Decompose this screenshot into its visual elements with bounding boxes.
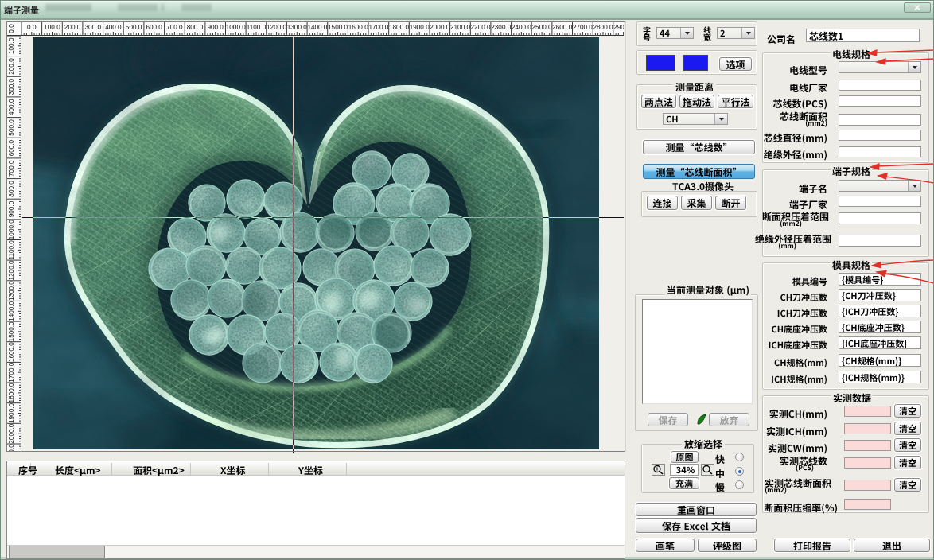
svg-text:2300.0: 2300.0 <box>491 24 511 31</box>
svg-text:1400.0: 1400.0 <box>8 301 15 321</box>
svg-text:700.0: 700.0 <box>166 24 183 31</box>
svg-text:1900.0: 1900.0 <box>410 24 430 31</box>
svg-text:600.0: 600.0 <box>8 139 15 156</box>
svg-text:300.0: 300.0 <box>85 24 102 31</box>
svg-text:1200.0: 1200.0 <box>8 260 15 280</box>
svg-text:500.0: 500.0 <box>126 24 142 31</box>
svg-text:2100.0: 2100.0 <box>8 444 15 451</box>
svg-text:1400.0: 1400.0 <box>307 24 327 31</box>
svg-text:1600.0: 1600.0 <box>8 342 15 362</box>
svg-text:2800.0: 2800.0 <box>593 24 613 31</box>
svg-text:2400.0: 2400.0 <box>512 24 531 31</box>
svg-text:2900.0: 2900.0 <box>613 24 624 31</box>
svg-text:200.0: 200.0 <box>8 58 15 75</box>
svg-text:700.0: 700.0 <box>8 160 15 177</box>
svg-text:2100.0: 2100.0 <box>450 24 470 31</box>
svg-text:1800.0: 1800.0 <box>8 383 15 402</box>
svg-text:2700.0: 2700.0 <box>573 24 593 31</box>
svg-text:2000.0: 2000.0 <box>8 423 15 443</box>
svg-text:2200.0: 2200.0 <box>471 24 491 31</box>
svg-text:1100.0: 1100.0 <box>8 240 15 260</box>
svg-text:2500.0: 2500.0 <box>532 24 552 31</box>
svg-text:800.0: 800.0 <box>187 24 204 31</box>
svg-text:1900.0: 1900.0 <box>8 403 15 423</box>
svg-text:2600.0: 2600.0 <box>552 24 572 31</box>
svg-text:1000.0: 1000.0 <box>8 220 15 239</box>
svg-text:2000.0: 2000.0 <box>430 24 449 31</box>
svg-text:1600.0: 1600.0 <box>348 24 368 31</box>
svg-text:1200.0: 1200.0 <box>267 24 286 31</box>
svg-text:300.0: 300.0 <box>8 78 15 95</box>
svg-text:1500.0: 1500.0 <box>328 24 348 31</box>
svg-text:1100.0: 1100.0 <box>247 24 267 31</box>
svg-text:600.0: 600.0 <box>146 24 162 31</box>
svg-text:200.0: 200.0 <box>64 24 81 31</box>
svg-text:1300.0: 1300.0 <box>8 281 15 301</box>
svg-text:800.0: 800.0 <box>8 181 15 197</box>
svg-text:900.0: 900.0 <box>207 24 224 31</box>
svg-text:1800.0: 1800.0 <box>389 24 409 31</box>
svg-text:900.0: 900.0 <box>8 200 15 217</box>
svg-text:0.0: 0.0 <box>27 24 37 31</box>
svg-text:1500.0: 1500.0 <box>8 321 15 341</box>
svg-text:1700.0: 1700.0 <box>368 24 388 31</box>
svg-text:1700.0: 1700.0 <box>8 362 15 382</box>
svg-text:1000.0: 1000.0 <box>226 24 246 31</box>
svg-text:500.0: 500.0 <box>8 119 15 136</box>
svg-text:1300.0: 1300.0 <box>287 24 307 31</box>
svg-text:400.0: 400.0 <box>8 99 15 115</box>
svg-text:100.0: 100.0 <box>44 24 60 31</box>
svg-text:400.0: 400.0 <box>105 24 122 31</box>
svg-text:100.0: 100.0 <box>8 37 15 54</box>
